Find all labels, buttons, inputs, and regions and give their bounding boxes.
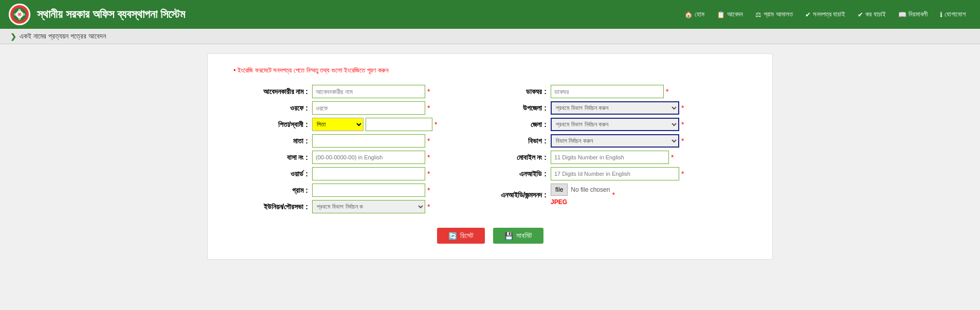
required-star-3: * [434,120,437,129]
button-row: 🔄 রিসেট 💾 সাবমিট [228,228,752,244]
nav-rules[interactable]: 📖 নিয়মাবলী [892,7,934,22]
home-icon: 🏠 [684,11,693,19]
file-upload-area: file No file chosen JPEG [551,184,610,206]
certificate-icon: ✔ [805,11,811,19]
district-select[interactable]: প্রথমে বিভাগ নির্বাচন করুন [551,118,679,131]
village-label: গ্রাম : [228,186,308,195]
nav-contact[interactable]: ℹ যোগাযোগ [934,7,972,22]
nav-certificate-verify[interactable]: ✔ সনদপত্র যাচাই [799,7,852,22]
application-form: আবেদনকারীর নাম : * ওরফে : * পিতা/স্বামী … [228,85,752,244]
required-star-2: * [427,104,430,112]
required-star-9: * [666,87,668,96]
mobile-label: মোবাইল নং : [495,153,547,162]
jpeg-note: JPEG [551,197,610,206]
union-row: ইউনিয়ন/পৌরসভা : প্রথমে বিভাগ নির্বাচন ক… [228,200,485,213]
father-husband-label: পিতা/স্বামী : [228,120,308,129]
file-name-display: No file chosen [571,186,610,193]
father-husband-select[interactable]: পিতা স্বামী [312,118,364,131]
required-star-6: * [427,170,430,178]
required-star-14: * [681,170,684,178]
mobile-input[interactable] [551,151,669,164]
required-star: * [427,87,430,96]
post-office-row: ডাকঘর : * [495,85,752,98]
court-icon: ⚖ [755,11,761,19]
form-instruction: ইংরেজি ফরমেটে সনদপত্র পেতে নিম্মতু তথ্য … [228,66,752,75]
nav-village-court[interactable]: ⚖ গ্রাম আদালত [749,7,799,22]
required-star-10: * [681,104,684,112]
required-star-11: * [681,120,684,129]
sub-header-text: একই নামের প্রত্যয়ন পত্রের আবেদন [20,32,106,41]
form-left-column: আবেদনকারীর নাম : * ওরফে : * পিতা/স্বামী … [228,85,485,216]
nid-input[interactable] [551,167,679,180]
main-nav: 🏠 হোম 📋 আবেদন ⚖ গ্রাম আদালত ✔ সনদপত্র যা… [201,7,972,22]
required-star-5: * [427,153,430,161]
required-star-8: * [427,203,430,211]
upazila-row: উপজেলা : প্রথমে বিভাগ নির্বাচন করুন * [495,101,752,115]
rules-icon: 📖 [898,11,906,19]
father-husband-input[interactable] [366,118,432,131]
alias-label: ওরফে : [228,104,308,113]
site-title: স্থানীয় সরকার অফিস ব্যবস্থাপনা সিস্টেম [37,8,185,21]
main-content: ইংরেজি ফরমেটে সনদপত্র পেতে নিম্মতু তথ্য … [207,53,773,260]
father-husband-row: পিতা/স্বামী : পিতা স্বামী * [228,118,485,131]
mother-row: মাতা : * [228,134,485,148]
emblem-icon [8,3,31,26]
post-office-input[interactable] [551,85,664,98]
applicant-name-label: আবেদনকারীর নাম : [228,87,308,96]
alias-input[interactable] [312,101,425,115]
village-row: গ্রাম : * [228,184,485,197]
required-star-4: * [427,137,430,145]
nid-label: এনআইডি : [495,170,547,178]
upazila-select[interactable]: প্রথমে বিভাগ নির্বাচন করুন [551,101,679,115]
mother-input[interactable] [312,134,425,148]
submit-button[interactable]: 💾 সাবমিট [493,228,543,244]
header: স্থানীয় সরকার অফিস ব্যবস্থাপনা সিস্টেম … [0,0,980,29]
svg-point-5 [18,9,21,14]
reset-button[interactable]: 🔄 রিসেট [437,228,485,244]
required-star-13: * [671,153,674,161]
required-star-7: * [427,186,430,194]
required-star-15: * [612,191,614,199]
union-select[interactable]: প্রথমে বিভাগ নির্বাচন ক [312,200,425,213]
tax-icon: ✔ [858,11,863,19]
sub-header: ❯ একই নামের প্রত্যয়ন পত্রের আবেদন [0,29,980,44]
division-select[interactable]: বিভাগ নির্বাচন করুন [551,134,679,148]
nid-row: এনআইডি : * [495,167,752,180]
post-office-label: ডাকঘর : [495,87,547,96]
ward-label: ওয়ার্ড : [228,170,308,178]
ward-input[interactable] [312,167,425,180]
application-icon: 📋 [717,11,725,19]
house-no-label: বাসা নং : [228,153,308,162]
submit-icon: 💾 [504,232,513,240]
applicant-name-row: আবেদনকারীর নাম : * [228,85,485,98]
reset-icon: 🔄 [448,232,457,240]
nav-application[interactable]: 📋 আবেদন [711,7,749,22]
nid-birth-cert-row: এনআইডি/জন্মসনদ : file No file chosen JPE… [495,184,752,206]
division-row: বিভাগ : বিভাগ নির্বাচন করুন * [495,134,752,148]
applicant-name-input[interactable] [312,85,425,98]
mobile-row: মোবাইল নং : * [495,151,752,164]
svg-point-6 [18,15,21,20]
form-right-column: ডাকঘর : * উপজেলা : প্রথমে বিভাগ নির্বাচন… [495,85,752,216]
union-label: ইউনিয়ন/পৌরসভা : [228,203,308,211]
nav-home[interactable]: 🏠 হোম [678,7,711,22]
required-star-12: * [681,137,684,145]
district-label: জেলা : [495,120,547,129]
division-label: বিভাগ : [495,137,547,145]
upazila-label: উপজেলা : [495,104,547,113]
nav-tax-verify[interactable]: ✔ কর যাচাই [851,7,892,22]
village-input[interactable] [312,184,425,197]
nid-birth-cert-label: এনআইডি/জন্মসনদ : [495,191,547,199]
mother-label: মাতা : [228,137,308,145]
ward-row: ওয়ার্ড : * [228,167,485,180]
district-row: জেলা : প্রথমে বিভাগ নির্বাচন করুন * [495,118,752,131]
house-no-input[interactable] [312,151,425,164]
alias-row: ওরফে : * [228,101,485,115]
svg-point-7 [14,13,19,16]
choose-file-button[interactable]: file [551,184,568,196]
file-input-row: file No file chosen [551,184,610,196]
sub-header-arrow: ❯ [10,32,16,41]
contact-icon: ℹ [940,11,942,19]
svg-point-8 [20,13,25,16]
house-no-row: বাসা নং : * [228,151,485,164]
